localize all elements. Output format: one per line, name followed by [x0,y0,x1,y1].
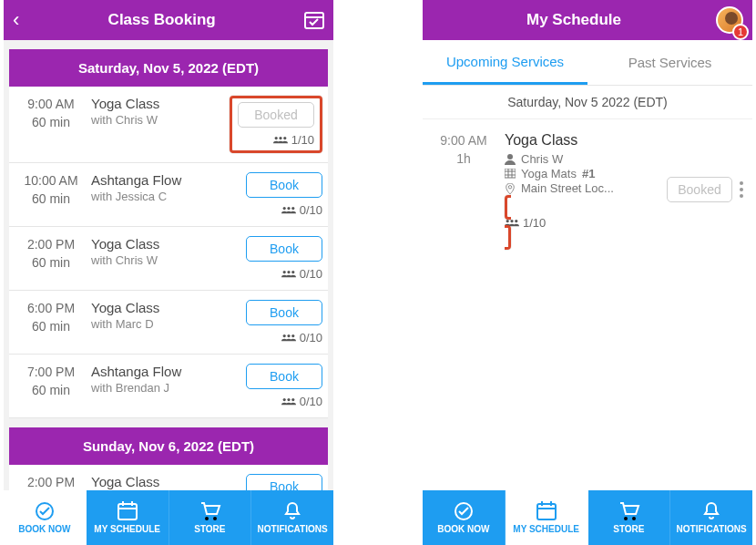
class-capacity: 0/10 [281,203,322,217]
notification-badge: 1 [732,24,749,40]
class-action: Book0/10 [228,172,322,217]
class-info: Yoga Classwith Chris W [87,96,228,153]
people-icon [281,205,296,216]
booked-badge: Booked [238,102,314,128]
class-action: Book0/10 [228,364,322,408]
nav-book-now[interactable]: BOOK NOW [4,490,87,545]
date-header: Saturday, Nov 5, 2022 (EDT) [9,49,328,87]
bell-icon [281,501,304,521]
class-capacity: 0/10 [281,267,322,281]
class-instructor: with Chris W [91,253,228,267]
class-info: Yoga Classwith Marc D [87,300,228,344]
header: ‹ Class Booking [4,0,333,40]
booking-card[interactable]: 9:00 AM 1h Yoga Class Chris W Yoga Mats … [423,119,752,262]
schedule-tabs: Upcoming Services Past Services [423,40,752,86]
class-row[interactable]: 6:00 PM60 minYoga Classwith Marc DBook0/… [9,291,328,355]
class-row[interactable]: 2:00 PM60 minYoga Classwith Chris WBook0… [9,227,328,291]
class-name: Yoga Class [91,96,228,111]
calendar-check-icon[interactable] [304,10,324,30]
cart-icon [617,501,640,521]
class-instructor: with Brendan J [91,381,228,395]
class-capacity: 0/10 [281,331,322,344]
nav-store[interactable]: STORE [588,490,671,545]
card-capacity: 1/10 [505,216,667,230]
class-time: 10:00 AM60 min [15,172,87,217]
grid-icon [505,169,516,180]
pin-icon [505,183,516,194]
nav-notifications[interactable]: NOTIFICATIONS [251,490,333,545]
people-icon [281,333,296,344]
people-icon [505,218,519,229]
calendar-icon [535,501,558,521]
card-location: Main Street Loc... [505,181,667,195]
schedule-date-header: Saturday, Nov 5 2022 (EDT) [423,86,752,119]
book-button[interactable]: Book [246,236,322,262]
class-time: 9:00 AM60 min [15,96,87,153]
schedule-content[interactable]: Saturday, Nov 5 2022 (EDT) 9:00 AM 1h Yo… [423,86,752,545]
class-info: Ashtanga Flowwith Brendan J [87,364,228,408]
tab-upcoming[interactable]: Upcoming Services [423,40,587,85]
page-title: Class Booking [19,11,304,29]
class-list[interactable]: Saturday, Nov 5, 2022 (EDT)9:00 AM60 min… [4,40,333,545]
class-action: Book0/10 [228,236,322,281]
nav-notifications[interactable]: NOTIFICATIONS [670,490,752,545]
book-button[interactable]: Book [246,172,322,198]
class-row[interactable]: 10:00 AM60 minAshtanga Flowwith Jessica … [9,163,328,227]
class-instructor: with Jessica C [91,190,228,203]
class-name: Yoga Class [91,300,228,315]
nav-store[interactable]: STORE [169,490,252,545]
nav-my-schedule[interactable]: MY SCHEDULE [506,490,588,545]
nav-book-now[interactable]: BOOK NOW [423,490,506,545]
class-info: Yoga Classwith Chris W [87,236,228,281]
class-time: 7:00 PM60 min [15,364,87,408]
class-action: Book0/10 [228,300,322,344]
date-header: Sunday, Nov 6, 2022 (EDT) [9,427,328,465]
class-name: Yoga Class [91,236,228,252]
my-schedule-screen: My Schedule 1 Upcoming Services Past Ser… [423,0,752,545]
card-resource: Yoga Mats #1 [505,167,667,180]
bottom-nav: BOOK NOW MY SCHEDULE STORE NOTIFICATIONS [4,490,333,545]
bottom-nav: BOOK NOW MY SCHEDULE STORE NOTIFICATIONS [423,490,752,545]
class-row[interactable]: 9:00 AM60 minYoga Classwith Chris WBooke… [9,87,328,163]
class-time: 6:00 PM60 min [15,300,87,344]
page-title: My Schedule [432,11,716,29]
class-action: Booked1/10 [228,96,322,153]
class-name: Ashtanga Flow [91,172,228,188]
book-button[interactable]: Book [246,364,322,389]
class-info: Ashtanga Flowwith Jessica C [87,172,228,217]
class-capacity: 0/10 [281,395,322,408]
more-icon[interactable] [740,181,743,198]
class-instructor: with Marc D [91,317,228,331]
book-button[interactable]: Book [246,300,322,325]
class-time: 2:00 PM60 min [15,236,87,281]
booked-badge: Booked [667,177,732,202]
capacity-highlight: 1/10 [505,195,667,250]
class-capacity: 1/10 [273,133,314,147]
class-booking-screen: ‹ Class Booking Saturday, Nov 5, 2022 (E… [4,0,333,545]
card-details: Yoga Class Chris W Yoga Mats #1 Main Str… [499,132,667,246]
class-name: Yoga Class [91,474,228,489]
class-name: Ashtanga Flow [91,364,228,379]
people-icon [281,269,296,280]
bell-icon [700,501,723,521]
header: My Schedule 1 [423,0,752,40]
back-icon[interactable]: ‹ [13,8,19,32]
nav-my-schedule[interactable]: MY SCHEDULE [87,490,169,545]
people-icon [281,396,296,407]
card-time: 9:00 AM 1h [428,132,499,246]
check-circle-icon [33,501,56,521]
calendar-icon [116,501,139,521]
class-row[interactable]: 7:00 PM60 minAshtanga Flowwith Brendan J… [9,355,328,418]
action-highlight: Booked1/10 [230,96,322,153]
check-circle-icon [452,501,475,521]
tab-past[interactable]: Past Services [587,40,752,85]
card-actions: Booked [667,132,743,246]
people-icon [273,135,288,146]
user-icon [505,154,516,165]
class-instructor: with Chris W [91,113,228,127]
cart-icon [198,501,221,521]
card-class-name: Yoga Class [505,132,667,149]
card-staff: Chris W [505,152,667,166]
